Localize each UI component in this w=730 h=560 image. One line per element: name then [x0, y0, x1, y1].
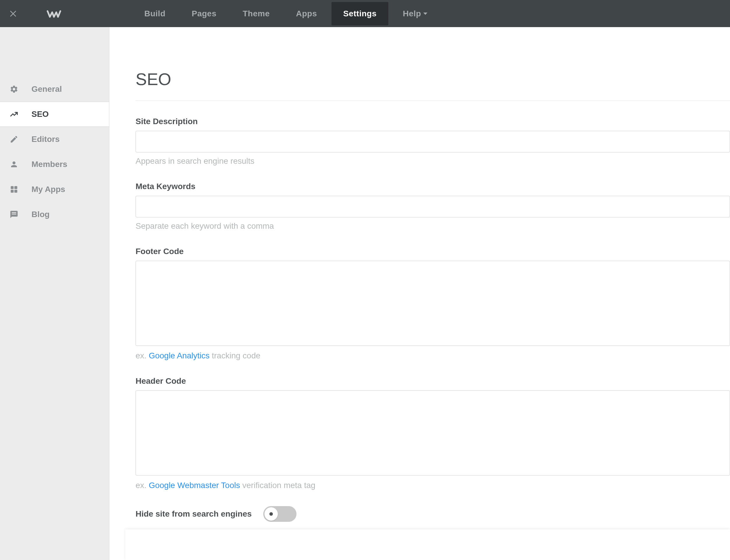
google-analytics-link[interactable]: Google Analytics — [149, 351, 210, 360]
header-code-help: ex. Google Webmaster Tools verification … — [136, 481, 730, 490]
settings-sidebar: General SEO Editors Members My Apps — [0, 27, 109, 560]
top-nav-items: Build Pages Theme Apps Settings Help — [131, 0, 441, 27]
toggle-knob — [264, 507, 278, 521]
help-suffix: tracking code — [210, 351, 260, 360]
help-prefix: ex. — [136, 481, 149, 490]
meta-keywords-help: Separate each keyword with a comma — [136, 221, 730, 231]
google-webmaster-tools-link[interactable]: Google Webmaster Tools — [149, 481, 240, 490]
chevron-down-icon — [423, 13, 428, 15]
hide-site-toggle[interactable] — [263, 506, 296, 522]
sidebar-item-general[interactable]: General — [0, 77, 109, 102]
sidebar-item-label: SEO — [31, 110, 49, 119]
header-code-label: Header Code — [136, 376, 730, 386]
nav-pages[interactable]: Pages — [180, 2, 228, 25]
apps-grid-icon — [8, 184, 20, 195]
hide-site-label: Hide site from search engines — [136, 509, 251, 519]
main-content: SEO Site Description Appears in search e… — [109, 27, 730, 560]
meta-keywords-label: Meta Keywords — [136, 182, 730, 191]
sidebar-item-seo[interactable]: SEO — [0, 102, 109, 127]
weebly-logo-icon — [47, 9, 61, 19]
svg-rect-3 — [14, 186, 17, 189]
close-icon — [9, 10, 17, 17]
field-site-description: Site Description Appears in search engin… — [136, 117, 730, 166]
site-description-help: Appears in search engine results — [136, 156, 730, 166]
weebly-logo[interactable] — [26, 0, 79, 27]
sidebar-item-members[interactable]: Members — [0, 152, 109, 177]
message-icon — [8, 209, 20, 220]
field-meta-keywords: Meta Keywords Separate each keyword with… — [136, 182, 730, 231]
help-prefix: ex. — [136, 351, 149, 360]
sidebar-item-editors[interactable]: Editors — [0, 127, 109, 152]
nav-apps[interactable]: Apps — [284, 2, 328, 25]
sidebar-item-myapps[interactable]: My Apps — [0, 177, 109, 202]
svg-rect-4 — [11, 190, 14, 193]
nav-theme[interactable]: Theme — [231, 2, 281, 25]
top-navbar: Build Pages Theme Apps Settings Help — [0, 0, 730, 27]
site-description-label: Site Description — [136, 117, 730, 126]
nav-help[interactable]: Help — [391, 2, 439, 25]
sidebar-item-label: Blog — [31, 210, 50, 219]
field-footer-code: Footer Code ex. Google Analytics trackin… — [136, 247, 730, 360]
sidebar-item-label: General — [31, 84, 62, 94]
sidebar-item-blog[interactable]: Blog — [0, 202, 109, 227]
svg-rect-5 — [14, 190, 17, 193]
nav-help-label: Help — [403, 9, 421, 18]
person-icon — [8, 159, 20, 170]
trending-up-icon — [8, 108, 20, 120]
sidebar-item-label: Editors — [31, 135, 59, 144]
nav-build[interactable]: Build — [133, 2, 177, 25]
page-title: SEO — [136, 69, 730, 89]
toggle-dot-icon — [269, 512, 273, 516]
field-header-code: Header Code ex. Google Webmaster Tools v… — [136, 376, 730, 490]
meta-keywords-input[interactable] — [136, 196, 730, 217]
nav-settings[interactable]: Settings — [331, 2, 388, 25]
sidebar-item-label: My Apps — [31, 185, 65, 194]
footer-code-help: ex. Google Analytics tracking code — [136, 351, 730, 360]
site-description-input[interactable] — [136, 131, 730, 152]
pencil-icon — [8, 133, 20, 145]
footer-code-input[interactable] — [136, 261, 730, 346]
gear-icon — [8, 83, 20, 95]
svg-rect-2 — [11, 186, 14, 189]
header-code-input[interactable] — [136, 390, 730, 476]
help-suffix: verification meta tag — [240, 481, 315, 490]
sidebar-item-label: Members — [31, 160, 67, 169]
field-hide-site: Hide site from search engines — [136, 506, 730, 522]
footer-code-label: Footer Code — [136, 247, 730, 256]
close-button[interactable] — [0, 0, 26, 27]
bottom-panel — [125, 529, 730, 560]
